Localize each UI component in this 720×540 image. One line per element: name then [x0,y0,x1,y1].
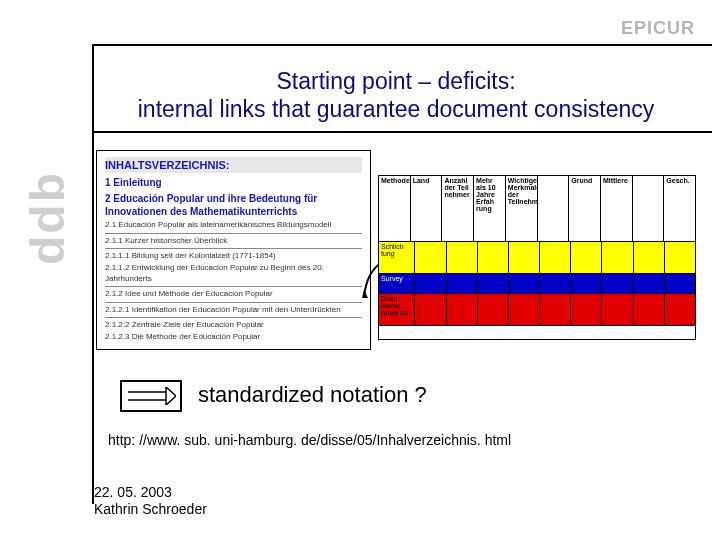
toc-sep2 [105,248,362,249]
footer-date: 22. 05. 2003 [94,484,207,501]
red0: Doku mente Analy se [379,294,415,326]
th6: Grund [569,176,601,242]
red3 [478,294,509,326]
toc-l6: 2.1.2.1 Identifikation der Educación Pop… [105,305,362,315]
yel7 [602,242,633,274]
blu7 [602,274,633,294]
url-text: http: //www. sub. uni-hamburg. de/disse/… [108,432,511,448]
sidebar-logo: ddb [20,171,75,265]
th8 [633,176,665,242]
toc-heading: INHALTSVERZEICHNIS: [105,157,362,173]
yel1 [415,242,446,274]
yel6 [571,242,602,274]
toc-sep5 [105,317,362,318]
th2: Anzahl der Teil nehmer [442,176,474,242]
toc-l2: 2.1.1 Kurzer historischer Überblick [105,236,362,246]
toc-screenshot: INHALTSVERZEICHNIS: 1 Einleitung 2 Educa… [96,150,371,350]
blu9 [665,274,695,294]
th5 [538,176,570,242]
yel5 [540,242,571,274]
blu1 [415,274,446,294]
divider-top [92,44,712,46]
title-line1: Starting point – deficits: [92,68,700,96]
colored-table-screenshot: Methode Land Anzahl der Teil nehmer Mehr… [378,175,696,340]
header-label: EPICUR [621,18,695,39]
footer-block: 22. 05. 2003 Kathrin Schroeder [94,484,207,518]
yel3 [478,242,509,274]
blu0: Survey [379,274,415,294]
blu3 [478,274,509,294]
toc-l8: 2.1.2.3 Die Methode der Educación Popula… [105,332,362,342]
red2 [447,294,478,326]
red7 [602,294,633,326]
toc-l4: 2.1.1.2 Entwicklung der Educación Popula… [105,263,362,284]
yel8 [634,242,665,274]
toc-l1: 2.1 Educación Popular als lateinamerikan… [105,220,362,230]
th3: Mehr als 10 Jahre Erfah rung [474,176,506,242]
toc-s2: 2 Educación Popular und ihre Bedeutung f… [105,192,362,218]
blu2 [447,274,478,294]
toc-l7: 2.1.2.2 Zentrale Ziele der Educación Pop… [105,320,362,330]
th9: Gesch. [664,176,695,242]
red9 [665,294,695,326]
red4 [509,294,540,326]
toc-l3: 2.1.1.1 Bildung seit der Kolonialzeit (1… [105,251,362,261]
notation-text: standardized notation ? [198,382,427,408]
yel0: Schlich tung [379,242,415,274]
toc-sep4 [105,302,362,303]
toc-l5: 2.1.2 Idee und Methode der Educación Pop… [105,289,362,299]
divider-title [92,131,712,133]
toc-sep1 [105,233,362,234]
yel4 [509,242,540,274]
th1: Land [411,176,443,242]
yel9 [665,242,695,274]
arrow-right-icon [120,380,182,412]
blu6 [571,274,602,294]
title-line2: internal links that guarantee document c… [92,96,700,124]
blu4 [509,274,540,294]
th4: Wichtige Merkmale der Teilnehmer [506,176,538,242]
blu5 [540,274,571,294]
toc-s1: 1 Einleitung [105,176,362,189]
slide-title: Starting point – deficits: internal link… [92,68,700,123]
svg-marker-3 [166,387,176,405]
footer-author: Kathrin Schroeder [94,501,207,518]
red5 [540,294,571,326]
th0: Methode [379,176,411,242]
toc-sep3 [105,286,362,287]
red8 [634,294,665,326]
blu8 [634,274,665,294]
red6 [571,294,602,326]
th7: Mittlere [601,176,633,242]
yel2 [447,242,478,274]
red1 [415,294,446,326]
